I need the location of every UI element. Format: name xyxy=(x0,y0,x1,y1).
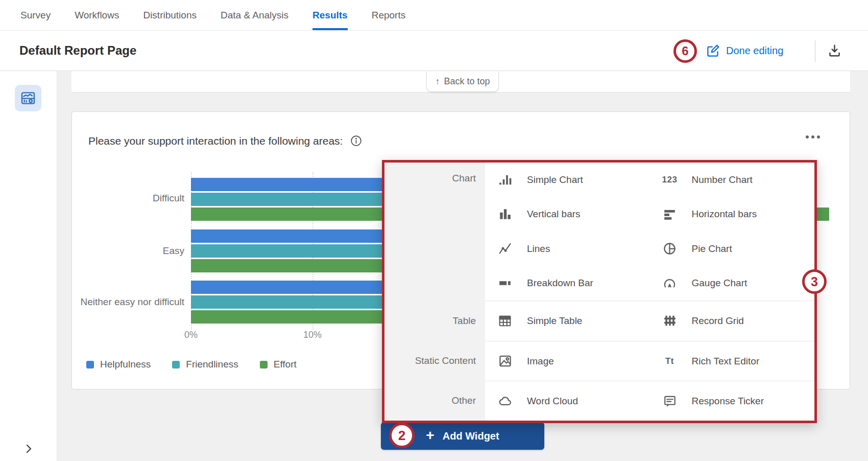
dashboard-chart-icon xyxy=(20,90,36,106)
results-editor-page: SurveyWorkflowsDistributionsData & Analy… xyxy=(0,0,868,461)
chevron-right-icon xyxy=(22,443,35,455)
legend-item-helpfulness: Helpfulness xyxy=(86,359,151,370)
report-pages-button[interactable] xyxy=(15,85,41,111)
lines-icon xyxy=(496,242,514,256)
nav-tab-survey[interactable]: Survey xyxy=(20,0,51,30)
annotation-badge-6: 6 xyxy=(673,39,697,63)
annotation-badge-3: 3 xyxy=(802,269,827,294)
add-widget-menu: ChartSimple Chart123Number ChartVertical… xyxy=(382,160,817,423)
download-button[interactable] xyxy=(827,31,842,71)
nav-tab-results[interactable]: Results xyxy=(312,0,348,30)
category-label-easy: Easy xyxy=(72,245,184,257)
x-tick-10: 10% xyxy=(292,330,333,340)
menu-item-gauge-chart[interactable]: Gauge Chart xyxy=(650,266,815,301)
nav-tab-workflows[interactable]: Workflows xyxy=(75,0,119,30)
menu-section-chart: ChartSimple Chart123Number ChartVertical… xyxy=(384,163,814,301)
top-nav: SurveyWorkflowsDistributionsData & Analy… xyxy=(0,0,868,31)
menu-item-label: Rich Text Editor xyxy=(692,356,760,367)
menu-section-label-static-content: Static Content xyxy=(384,341,485,381)
category-label-neither-easy-nor-difficult: Neither easy nor difficult xyxy=(72,296,184,308)
menu-section-label-table: Table xyxy=(384,301,485,341)
menu-item-lines[interactable]: Lines xyxy=(485,232,650,266)
number-chart-icon: 123 xyxy=(661,175,679,185)
menu-item-rich-text-editor[interactable]: TtRich Text Editor xyxy=(650,341,815,381)
pencil-square-icon xyxy=(706,44,720,58)
header-divider xyxy=(815,40,815,62)
menu-item-label: Response Ticker xyxy=(692,396,764,407)
menu-item-simple-table[interactable]: Simple Table xyxy=(485,301,650,341)
up-arrow-icon: ↑ xyxy=(435,76,440,87)
nav-tab-data-analysis[interactable]: Data & Analysis xyxy=(221,0,288,30)
annotation-badge-2: 2 xyxy=(389,423,415,448)
menu-item-number-chart[interactable]: 123Number Chart xyxy=(650,163,815,197)
legend-swatch-friendliness xyxy=(172,361,180,368)
pie-chart-icon xyxy=(661,242,679,256)
menu-item-label: Word Cloud xyxy=(527,396,578,407)
legend-item-effort: Effort xyxy=(260,359,297,370)
menu-section-static-content: Static ContentImageTtRich Text Editor xyxy=(384,341,814,381)
menu-item-image[interactable]: Image xyxy=(485,341,650,381)
menu-section-table: TableSimple TableRecord Grid xyxy=(384,301,814,341)
menu-item-word-cloud[interactable]: Word Cloud xyxy=(485,381,650,421)
download-icon xyxy=(827,43,842,58)
breakdown-bar-icon xyxy=(496,276,514,290)
menu-item-vertical-bars[interactable]: Vertical bars xyxy=(485,197,650,232)
sidebar-expand-button[interactable] xyxy=(22,443,35,455)
menu-section-label-chart: Chart xyxy=(384,163,485,301)
image-icon xyxy=(496,354,514,368)
back-to-top-button[interactable]: ↑ Back to top xyxy=(426,72,499,92)
rich-text-icon: Tt xyxy=(661,356,679,366)
simple-chart-icon xyxy=(496,173,514,187)
menu-item-label: Gauge Chart xyxy=(692,278,748,289)
menu-section-label-other: Other xyxy=(384,381,485,421)
menu-item-horizontal-bars[interactable]: Horizontal bars xyxy=(650,197,815,232)
menu-item-record-grid[interactable]: Record Grid xyxy=(650,301,815,341)
menu-item-label: Pie Chart xyxy=(692,243,732,255)
done-editing-button[interactable]: Done editing xyxy=(706,31,783,71)
nav-tab-distributions[interactable]: Distributions xyxy=(143,0,197,30)
legend-swatch-helpfulness xyxy=(86,361,94,368)
menu-item-label: Simple Table xyxy=(527,315,582,327)
legend-swatch-effort xyxy=(260,361,268,368)
ellipsis-icon xyxy=(806,135,809,139)
simple-table-icon xyxy=(496,314,514,328)
legend-item-friendliness: Friendliness xyxy=(172,359,238,370)
nav-tab-reports[interactable]: Reports xyxy=(372,0,406,30)
menu-item-label: Number Chart xyxy=(692,174,753,186)
left-sidebar xyxy=(0,71,57,461)
add-widget-label: Add Widget xyxy=(443,430,499,442)
menu-item-breakdown-bar[interactable]: Breakdown Bar xyxy=(485,266,650,301)
menu-item-label: Vertical bars xyxy=(527,209,581,220)
widget-options-button[interactable] xyxy=(803,132,823,142)
menu-item-label: Horizontal bars xyxy=(692,209,757,220)
gauge-chart-icon xyxy=(661,276,679,290)
widget-title: Please your support interaction in the f… xyxy=(88,135,343,147)
response-ticker-icon xyxy=(661,395,679,408)
x-tick-0: 0% xyxy=(171,330,211,340)
plus-icon: + xyxy=(426,428,434,443)
title-bar: Default Report Page Done editing xyxy=(0,31,868,71)
info-circle-icon[interactable] xyxy=(350,134,363,147)
category-label-difficult: Difficult xyxy=(72,193,184,204)
menu-section-other: OtherWord CloudResponse Ticker xyxy=(384,381,814,421)
vertical-bars-icon xyxy=(496,208,514,221)
word-cloud-icon xyxy=(496,394,514,408)
record-grid-icon xyxy=(661,314,679,328)
menu-item-response-ticker[interactable]: Response Ticker xyxy=(650,381,815,421)
done-editing-label: Done editing xyxy=(726,45,783,57)
back-to-top-label: Back to top xyxy=(444,76,490,87)
menu-item-label: Image xyxy=(527,356,554,367)
menu-item-label: Simple Chart xyxy=(527,174,583,186)
page-title: Default Report Page xyxy=(19,31,136,71)
menu-item-label: Breakdown Bar xyxy=(527,278,593,289)
menu-item-label: Lines xyxy=(527,243,550,255)
menu-item-pie-chart[interactable]: Pie Chart xyxy=(650,232,815,266)
menu-item-simple-chart[interactable]: Simple Chart xyxy=(485,163,650,197)
menu-item-label: Record Grid xyxy=(692,315,744,327)
horizontal-bars-icon xyxy=(661,208,679,221)
chart-legend: Helpfulness Friendliness Effort xyxy=(86,359,297,370)
